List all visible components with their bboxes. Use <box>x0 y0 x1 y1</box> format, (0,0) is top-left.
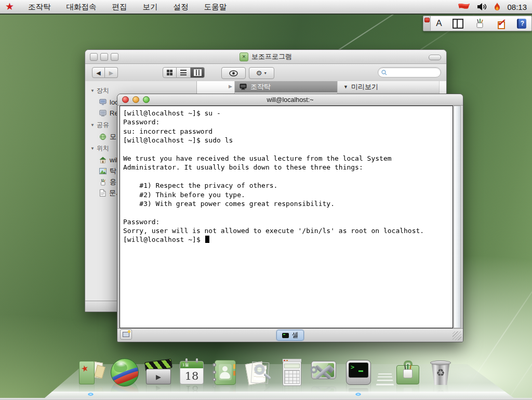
disclosure-triangle-icon[interactable]: ▼ <box>90 88 95 93</box>
volume-icon[interactable] <box>477 3 487 11</box>
flag-icon[interactable] <box>457 3 471 11</box>
help-book-icon[interactable]: ? <box>517 19 526 29</box>
file-manager-toolbar: ◀ ▶ ⚙ ▼ <box>85 64 446 82</box>
dock-item-system-tools[interactable] <box>309 358 338 387</box>
light-streak <box>491 294 532 400</box>
group-label: 위치 <box>97 144 109 153</box>
preview-header[interactable]: ▼ 미리보기 <box>338 81 439 93</box>
list-view-button[interactable] <box>177 67 191 78</box>
preview-header-label: 미리보기 <box>351 82 378 92</box>
pen-cup-icon[interactable] <box>474 18 485 29</box>
clapper-body: ▶ <box>146 369 171 384</box>
dropdown-arrow-icon: ▼ <box>263 71 267 75</box>
icon-view-button[interactable] <box>163 67 177 78</box>
checkmark-tool-icon[interactable]: ✓ <box>496 18 506 29</box>
terminal-title-text: will@localhost:~ <box>267 96 313 104</box>
calendar-day-number: 18 <box>180 368 203 384</box>
terminal-screen[interactable]: [will@localhost ~]$ su - Password: su: i… <box>119 106 453 328</box>
terminal-scrollbar[interactable] <box>454 106 461 328</box>
pen-cup-icon <box>99 178 107 186</box>
font-tool-icon[interactable]: A <box>436 18 442 29</box>
monitor-icon <box>240 84 247 90</box>
menu-settings[interactable]: 설정 <box>166 0 196 14</box>
dock-item-calendar[interactable]: 1월 18 <box>177 358 206 387</box>
toolbar-grip[interactable] <box>423 16 431 31</box>
list-view-icon <box>180 70 187 75</box>
calculator-titlebar <box>283 359 301 362</box>
search-icon <box>381 70 387 75</box>
terminal-line: #3) With great power comes great respons… <box>123 200 453 209</box>
dock-item-trash[interactable]: ♻ <box>426 358 455 387</box>
new-session-button[interactable] <box>120 329 132 340</box>
dock-item-web-browser[interactable] <box>110 358 139 387</box>
dock-item-contacts[interactable] <box>210 358 239 387</box>
calculator-dot <box>286 360 288 361</box>
floating-toolbar: A ✓ ? <box>423 16 532 31</box>
maximize-button[interactable] <box>111 53 118 61</box>
search-field[interactable] <box>378 67 441 78</box>
red-star-logo-icon[interactable]: ★ <box>5 0 14 14</box>
shell-tab[interactable]: 셸 <box>276 330 304 341</box>
display-icon <box>99 110 107 117</box>
maximize-button[interactable] <box>143 96 150 103</box>
dock-item-media-player[interactable]: ▶ <box>144 358 173 387</box>
calendar-page: 1월 18 <box>180 361 204 384</box>
toolbar-toggle-button[interactable] <box>429 55 441 60</box>
quicklook-button[interactable] <box>221 67 246 79</box>
column-view-button[interactable] <box>191 67 205 78</box>
dock-item-file-manager[interactable]: ★ <box>76 358 105 387</box>
dock-item-utilities[interactable] <box>393 358 422 387</box>
calendar-month-header: 1월 <box>180 362 203 368</box>
calculator-dot <box>284 360 285 361</box>
menu-help[interactable]: 도움말 <box>196 0 235 14</box>
book-tab <box>233 371 235 376</box>
back-button[interactable]: ◀ <box>92 67 105 78</box>
eye-icon <box>229 70 238 76</box>
minimize-button[interactable] <box>100 53 108 61</box>
terminal-line <box>123 146 453 154</box>
disclosure-triangle-icon[interactable]: ▼ <box>90 146 95 151</box>
terminal-line: su: incorrect password <box>123 127 453 136</box>
terminal-line: Administrator. It usually boils down to … <box>123 163 453 172</box>
menu-desktop[interactable]: 조작탁 <box>20 0 59 14</box>
actions-button[interactable]: ⚙ ▼ <box>249 67 274 79</box>
menu-edit[interactable]: 편집 <box>104 0 135 14</box>
minimize-button[interactable] <box>132 96 139 103</box>
globe-icon <box>111 358 139 386</box>
menu-view[interactable]: 보기 <box>135 0 166 14</box>
globe-glint <box>115 360 127 367</box>
window-title: ✕ 보조프로그램 <box>240 52 292 61</box>
split-view-icon[interactable] <box>453 19 463 29</box>
grid-view-icon <box>167 70 172 75</box>
cursor-dash <box>358 370 363 372</box>
navigation-buttons: ◀ ▶ <box>92 67 118 78</box>
toolbar-icons: A ✓ ? <box>431 16 531 31</box>
forward-button[interactable]: ▶ <box>105 67 118 78</box>
resize-grip[interactable] <box>453 331 461 340</box>
dock-item-terminal[interactable]: > <box>344 358 373 387</box>
file-manager-titlebar[interactable]: ✕ 보조프로그램 <box>85 50 446 64</box>
terminal-titlebar[interactable]: will@localhost:~ <box>117 94 463 106</box>
selected-item-label: 조작탁 <box>250 82 271 92</box>
person-shoulders <box>220 372 230 379</box>
window-title-text: 보조프로그램 <box>251 52 292 61</box>
search-input[interactable] <box>389 69 437 76</box>
dock-item-document-viewer[interactable] <box>244 358 273 387</box>
selected-item-desktop[interactable]: 조작탁 <box>235 81 337 93</box>
check-glyph: ✓ <box>497 17 505 29</box>
close-button[interactable] <box>122 96 129 103</box>
calculator-display <box>284 364 300 368</box>
terminal-line: Password: <box>123 118 453 127</box>
disclosure-triangle-icon[interactable]: ▼ <box>90 123 95 127</box>
terminal-line <box>123 173 453 182</box>
terminal-cursor <box>205 236 209 243</box>
menu-connections[interactable]: 대화접속 <box>59 0 104 14</box>
running-indicator-file-manager <box>88 393 94 396</box>
disclosure-triangle-icon[interactable]: ▼ <box>343 84 348 89</box>
dock-item-calculator[interactable] <box>277 358 307 387</box>
terminal-line: [will@localhost ~]$ sudo ls <box>123 136 453 145</box>
toolbar-close-button[interactable] <box>424 18 430 22</box>
close-button[interactable] <box>90 53 98 61</box>
flame-icon[interactable] <box>494 2 501 11</box>
window-buttons <box>122 96 150 103</box>
